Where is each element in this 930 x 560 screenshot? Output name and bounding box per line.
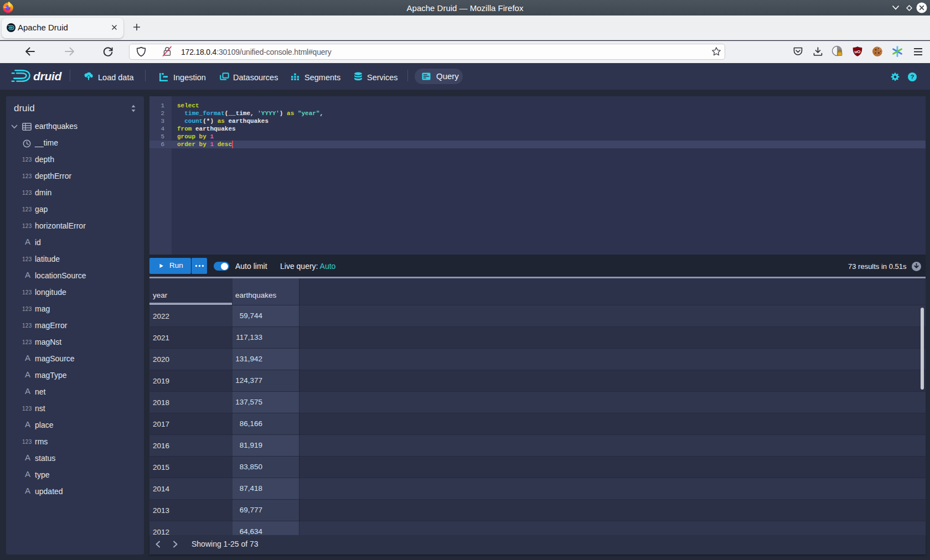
svg-text:?: ? (910, 74, 914, 80)
svg-text:uO: uO (854, 49, 860, 54)
